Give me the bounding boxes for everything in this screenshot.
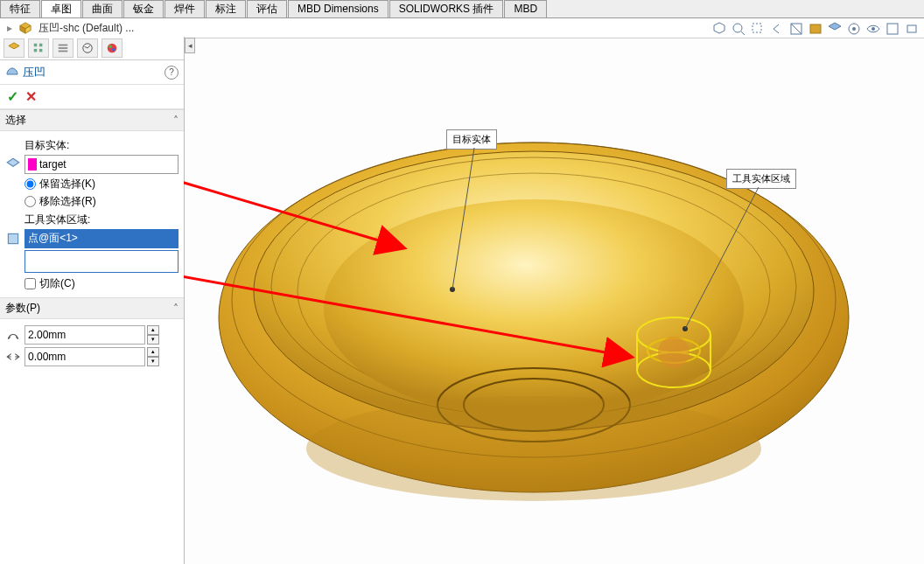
spin-up[interactable]: ▴ [147,347,159,357]
chevron-up-icon: ˄ [173,115,178,127]
target-body-value: target [39,158,66,171]
tab-mbd[interactable]: MBD [504,0,547,17]
thickness-spinner[interactable]: ▴▾ [147,325,159,345]
ok-button[interactable]: ✓ [7,88,18,105]
keep-selection-radio[interactable]: 保留选择(K) [24,177,178,191]
tool-area-field[interactable]: 点@面<1> [24,229,178,248]
tab-mbd-dim[interactable]: MBD Dimensions [288,0,388,17]
gap-spinner[interactable]: ▴▾ [147,347,159,366]
svg-rect-17 [39,49,43,52]
remove-radio-input[interactable] [24,196,36,207]
tab-evaluate[interactable]: 评估 [247,0,287,17]
prev-view-icon[interactable] [770,22,784,36]
pick-face-icon[interactable] [5,231,21,247]
appearance-mgr-tab[interactable] [102,38,122,58]
svg-rect-4 [752,24,761,32]
cut-label: 切除(C) [39,276,75,291]
svg-point-9 [852,27,856,31]
svg-point-10 [872,27,875,31]
panel-collapse-toggle[interactable]: ◂ [185,38,195,53]
svg-marker-25 [7,158,19,166]
tab-weldments[interactable]: 焊件 [164,0,205,17]
leader-bead-tool [682,326,688,331]
breadcrumb-doc[interactable]: 压凹-shc (Default) ... [38,21,134,36]
appearance-icon[interactable] [847,22,861,36]
property-mgr-tab[interactable] [28,38,49,58]
svg-rect-14 [34,44,38,47]
svg-rect-26 [8,233,18,243]
svg-rect-11 [887,24,898,34]
section-params-label: 参数(P) [5,301,40,316]
spin-down[interactable]: ▾ [147,335,159,345]
svg-point-23 [109,45,113,49]
section-params-header[interactable]: 参数(P) ˄ [0,297,184,319]
section-selection-label: 选择 [5,113,26,128]
ok-cancel-row: ✓ ✕ [0,85,184,109]
visibility-icon[interactable] [866,22,880,36]
property-manager: 压凹 ? ✓ ✕ 选择 ˄ 目标实体: target 保留选择(K) 移除选择(… [0,37,185,564]
zoom-fit-icon[interactable] [732,22,746,36]
callout-target-text: 目标实体 [452,134,491,144]
tab-sw-addins[interactable]: SOLIDWORKS 插件 [389,0,504,17]
model-bowl [184,38,924,564]
indent-feature-icon [5,64,19,80]
svg-rect-19 [59,47,68,49]
config-mgr-tab[interactable] [52,38,74,58]
target-body-label: 目标实体: [24,138,178,153]
keep-radio-label: 保留选择(K) [39,177,95,191]
cut-checkbox-row[interactable]: 切除(C) [24,276,178,291]
cut-checkbox[interactable] [24,278,36,289]
tab-surface[interactable]: 曲面 [82,0,122,17]
svg-point-32 [324,199,744,418]
svg-rect-6 [810,24,821,33]
help-icon[interactable]: ? [164,66,178,80]
svg-rect-20 [59,51,68,52]
callout-tool-text: 工具实体区域 [732,173,790,184]
chevron-up-icon: ˄ [173,303,178,315]
keep-radio-input[interactable] [24,178,36,190]
cancel-button[interactable]: ✕ [25,88,37,105]
feature-tree-tab[interactable] [4,38,24,58]
callout-target-body: 目标实体 [446,129,497,150]
tab-sheetmetal[interactable]: 钣金 [123,0,164,17]
target-color-swatch [28,158,37,171]
zoom-area-icon[interactable] [751,22,765,36]
spin-down[interactable]: ▾ [147,357,159,366]
main-tabs: 特征 卓图 曲面 钣金 焊件 标注 评估 MBD Dimensions SOLI… [0,0,924,18]
tool-area-listbox[interactable] [24,250,178,273]
gap-icon [5,349,21,365]
orientation-icon[interactable] [712,22,726,36]
breadcrumb-arrow-icon: ▸ [7,22,12,34]
remove-selection-radio[interactable]: 移除选择(R) [24,194,178,209]
section-selection-header[interactable]: 选择 ˄ [0,109,184,131]
pick-body-icon[interactable] [5,157,21,172]
tool-area-label: 工具实体区域: [24,212,178,227]
svg-marker-13 [9,43,19,49]
tab-features[interactable]: 特征 [0,0,40,17]
svg-rect-12 [907,25,916,32]
scene-icon[interactable] [828,22,842,36]
svg-point-3 [733,24,742,32]
spin-up[interactable]: ▴ [147,325,159,335]
tool-area-value: 点@面<1> [28,232,78,244]
settings-icon[interactable] [905,22,919,36]
tab-sketch[interactable]: 卓图 [41,0,81,17]
section-view-icon[interactable] [789,22,803,36]
svg-point-24 [112,48,116,52]
gap-input[interactable] [24,347,145,366]
remove-radio-label: 移除选择(R) [39,194,96,209]
tab-annotate[interactable]: 标注 [206,0,246,17]
graphics-viewport[interactable]: 目标实体 工具实体区域 [184,38,924,564]
thickness-input[interactable] [24,325,145,345]
dim-mgr-tab[interactable] [77,38,98,58]
svg-rect-16 [34,49,38,52]
feature-title: 压凹 [23,65,46,80]
svg-rect-15 [39,44,43,47]
part-icon [19,22,32,34]
target-body-field[interactable]: target [24,155,178,174]
leader-bead-target [450,287,455,292]
svg-point-35 [306,396,761,501]
render-icon[interactable] [886,22,900,36]
section-selection-body: 目标实体: target 保留选择(K) 移除选择(R) 工具实体区域: 点@面… [0,131,184,297]
display-style-icon[interactable] [808,22,822,36]
